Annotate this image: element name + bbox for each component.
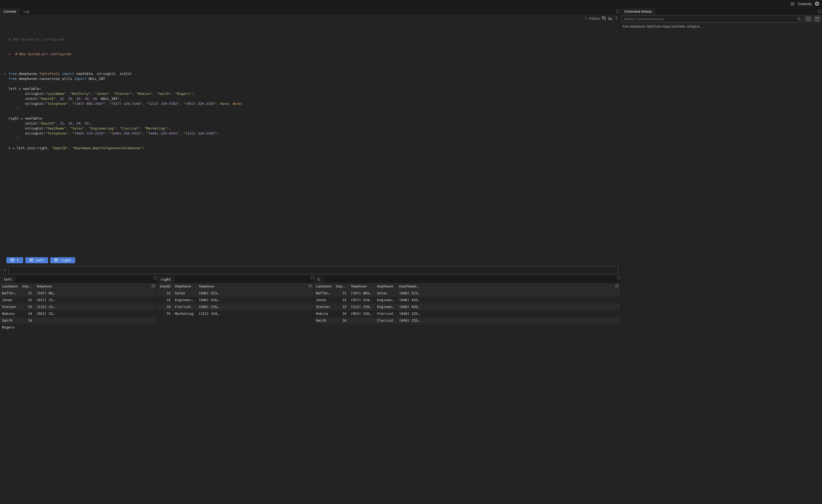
code-line xyxy=(2,111,618,116)
column-header[interactable]: LastName xyxy=(314,284,334,288)
history-tab-row: Command History xyxy=(621,8,822,15)
tab-console[interactable]: Console xyxy=(0,8,20,15)
table-cell: 31 xyxy=(20,291,34,295)
table-menu-icon[interactable] xyxy=(151,284,155,287)
column-header[interactable]: DeptID xyxy=(20,284,34,288)
column-header[interactable]: Telephone xyxy=(349,284,375,288)
table-panel-right: rightDeptIDDeptNameTelephone31Sales(646)… xyxy=(157,276,314,504)
column-header[interactable]: LastName xyxy=(0,284,20,288)
column-header[interactable]: DeptTelephone xyxy=(397,284,422,288)
table-row[interactable]: Smith34Clerical(646) 235-4241 xyxy=(314,317,620,324)
table-cell: (212) 324-2345 xyxy=(196,312,223,316)
table-row[interactable]: Rogers xyxy=(0,324,157,331)
table-cell: (917) 234-2145 xyxy=(349,298,375,302)
table-menu-icon[interactable] xyxy=(309,284,312,287)
table-cell: Marketing xyxy=(173,312,196,316)
code-line: right = newTable( xyxy=(2,116,618,121)
kebab-menu-icon[interactable] xyxy=(614,16,618,21)
maximize-table-icon[interactable] xyxy=(154,276,157,283)
table-row[interactable]: Robins34(952) 326-2355 xyxy=(0,310,157,317)
column-header[interactable]: Telephone xyxy=(34,284,58,288)
table-panel-left: leftLastNameDeptIDTelephoneRafferty31(34… xyxy=(0,276,157,504)
table-cell: 33 xyxy=(334,305,349,309)
history-run-icon[interactable] xyxy=(805,16,812,22)
tables-row: leftLastNameDeptIDTelephoneRafferty31(34… xyxy=(0,276,620,504)
table-row[interactable]: 35Marketing(212) 324-2345 xyxy=(157,310,314,317)
svg-rect-8 xyxy=(11,259,14,262)
left-column: Console Log Python # xyxy=(0,8,621,504)
table-cell: 31 xyxy=(157,291,173,295)
code-line: t = left.join(right, "DeptID", "DeptName… xyxy=(2,146,618,151)
column-header[interactable]: DeptID xyxy=(334,284,349,288)
result-pill-right[interactable]: right xyxy=(50,257,75,263)
repl-input[interactable] xyxy=(8,266,618,274)
maximize-table-icon[interactable] xyxy=(311,276,314,283)
table-cell: Jones xyxy=(0,298,20,302)
table-cell: (347) 865-2567 xyxy=(349,291,375,295)
history-item[interactable]: from deephaven.TableTools import newTabl… xyxy=(623,25,820,28)
table-cell: 33 xyxy=(334,298,349,302)
column-header[interactable]: Telephone xyxy=(196,284,223,288)
table-row[interactable]: Jones33(917) 234-2145 xyxy=(0,297,157,304)
table-row[interactable]: 31Sales(646) 523-2154 xyxy=(157,290,314,297)
table-cell: Engineering xyxy=(375,305,397,309)
table-cell: Smith xyxy=(314,318,334,322)
table-tab-t[interactable]: t xyxy=(314,276,324,283)
table-action-icon[interactable] xyxy=(602,16,606,21)
gear-icon[interactable] xyxy=(815,1,819,7)
column-header[interactable]: DeptID xyxy=(157,284,173,288)
table-cell: 34 xyxy=(20,312,34,316)
table-row[interactable]: 33Engineering(646) 435-4352 xyxy=(157,297,314,304)
table-cell: (212) 239-5782 xyxy=(34,305,58,309)
history-search-input[interactable] xyxy=(622,16,803,22)
prior-output-line: # New System.err configured xyxy=(15,52,71,57)
table-cell: (646) 435-4352 xyxy=(397,298,422,302)
result-pill-left[interactable]: left xyxy=(25,257,48,263)
table-row[interactable]: Steiner33(212) 239-5782Engineering(646) … xyxy=(314,304,620,310)
table-cell: (646) 235-4241 xyxy=(397,312,422,316)
table-cell: (212) 239-5782 xyxy=(349,305,375,309)
column-header[interactable]: DeptName xyxy=(375,284,397,288)
maximize-console-icon[interactable] xyxy=(615,8,620,15)
table-cell: Rogers xyxy=(0,325,20,329)
table-menu-icon[interactable] xyxy=(615,284,619,287)
maximize-history-icon[interactable] xyxy=(817,8,822,15)
table-cell: 31 xyxy=(334,291,349,295)
maximize-table-icon[interactable] xyxy=(618,276,620,283)
result-pill-t[interactable]: t xyxy=(6,257,23,263)
controls-label[interactable]: Controls xyxy=(798,2,811,6)
table-row[interactable]: Smith34 xyxy=(0,317,157,324)
svg-line-21 xyxy=(800,20,801,21)
table-cell: (646) 235-4241 xyxy=(397,318,422,322)
table-row[interactable]: 34Clerical(646) 235-4241 xyxy=(157,304,314,310)
table-panel-t: tLastNameDeptIDTelephoneDeptNameDeptTele… xyxy=(314,276,620,504)
prompt-icon: > xyxy=(2,268,6,272)
svg-point-20 xyxy=(798,18,800,20)
table-cell: 34 xyxy=(20,318,34,322)
history-export-icon[interactable] xyxy=(814,16,821,22)
table-cell: 34 xyxy=(157,305,173,309)
tab-command-history[interactable]: Command History xyxy=(621,8,655,15)
column-header[interactable]: DeptName xyxy=(173,284,196,288)
table-cell: (347) 865-2567 xyxy=(34,291,58,295)
code-line: left = newTable( xyxy=(2,86,618,91)
table-tab-right[interactable]: right xyxy=(157,276,174,283)
code-output[interactable]: # New System.out configured –▸ # New Sys… xyxy=(0,22,620,256)
table-row[interactable]: Rafferty31(347) 865-2567 xyxy=(0,290,157,297)
main-area: Console Log Python # xyxy=(0,8,822,504)
table-row[interactable]: Jones33(917) 234-2145Engineering(646) 43… xyxy=(314,297,620,304)
table-row[interactable]: Steiner33(212) 239-5782 xyxy=(0,304,157,310)
table-row[interactable]: Rafferty31(347) 865-2567Sales(646) 523-2… xyxy=(314,290,620,297)
table-cell: (646) 523-2154 xyxy=(397,291,422,295)
table-row[interactable]: Robins34(952) 326-2355Clerical(646) 235-… xyxy=(314,310,620,317)
search-icon[interactable] xyxy=(797,17,801,22)
console-tab-row: Console Log xyxy=(0,8,620,15)
chart-action-icon[interactable] xyxy=(608,16,612,21)
table-tab-left[interactable]: left xyxy=(0,276,16,283)
table-cell: Smith xyxy=(0,318,20,322)
code-line: ) xyxy=(2,136,618,141)
controls-people-icon[interactable] xyxy=(790,2,795,7)
table-cell: Rafferty xyxy=(314,291,334,295)
history-list[interactable]: from deephaven.TableTools import newTabl… xyxy=(621,23,822,504)
tab-log[interactable]: Log xyxy=(20,8,33,15)
